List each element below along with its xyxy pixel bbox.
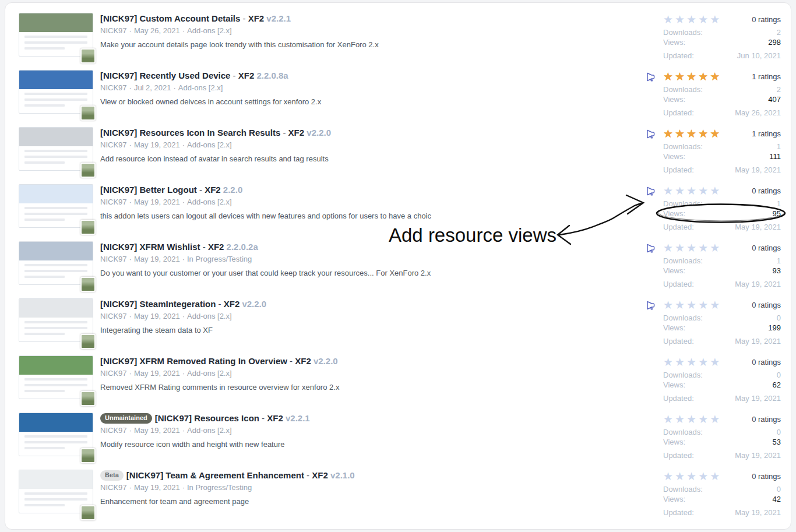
resource-title-link[interactable]: [NICK97] Team & Agreement Enhancement	[126, 470, 304, 480]
resource-author-link[interactable]: NICK97	[100, 483, 127, 492]
announcement-megaphone-icon	[646, 471, 663, 482]
resource-author-link[interactable]: NICK97	[100, 312, 127, 320]
resource-version: 2.2.0.2a	[227, 242, 258, 252]
resource-title-link[interactable]: [NICK97] SteamIntegeration	[100, 299, 216, 309]
views-label: Views:	[663, 494, 685, 504]
views-value: 298	[768, 37, 781, 47]
author-avatar[interactable]	[80, 48, 96, 64]
title-separator: -	[197, 185, 205, 195]
thumbnail-line	[24, 156, 87, 158]
resource-thumbnail[interactable]	[19, 241, 93, 285]
resource-thumbnail[interactable]	[19, 298, 93, 342]
thumbnail-line	[24, 504, 65, 506]
resource-author-link[interactable]: NICK97	[100, 83, 127, 92]
updated-value: May 19, 2021	[735, 336, 781, 346]
title-separator: -	[280, 128, 288, 138]
star-icon: ★	[686, 299, 698, 311]
meta-separator: ·	[182, 26, 185, 35]
downloads-value: 1	[777, 256, 781, 266]
downloads-stat: Downloads:2	[663, 27, 781, 37]
thumbnail-art	[19, 242, 93, 260]
resource-thumbnail[interactable]	[19, 70, 93, 114]
resource-stats: ★★★★★ 0 ratings Downloads:1 Views:93 Upd…	[646, 241, 781, 289]
author-avatar[interactable]	[80, 505, 96, 520]
resource-title-link[interactable]: [NICK97] Better Logout	[100, 185, 197, 195]
rating-line: ★★★★★ 0 ratings	[646, 356, 781, 368]
title-separator: -	[216, 299, 223, 309]
views-value: 93	[773, 266, 781, 276]
resource-author-link[interactable]: NICK97	[100, 369, 127, 378]
resource-date: May 19, 2021	[134, 312, 180, 320]
ratings-count: 0 ratings	[752, 358, 781, 367]
resource-platform: XF2	[312, 470, 328, 480]
meta-separator: ·	[182, 140, 185, 149]
resource-main: [NICK97] Better Logout - XF2 2.2.0 NICK9…	[100, 184, 646, 220]
resource-title: [NICK97] Recently Used Device - XF2 2.2.…	[100, 71, 646, 81]
resource-title-link[interactable]: [NICK97] Resources Icon In Search Result…	[100, 128, 280, 138]
resource-thumbnail[interactable]	[19, 470, 93, 513]
resource-title-link[interactable]: [NICK97] Recently Used Device	[100, 71, 230, 80]
views-value: 53	[773, 437, 781, 447]
views-label: Views:	[663, 37, 685, 47]
star-icon: ★	[675, 128, 686, 140]
views-stat: Views:62	[663, 380, 781, 390]
meta-separator: ·	[182, 483, 185, 492]
resource-version: v2.2.0	[242, 299, 266, 309]
resource-category: Add-ons [2.x]	[187, 312, 232, 320]
downloads-label: Downloads:	[663, 199, 703, 209]
resource-title-link[interactable]: [NICK97] Custom Account Details	[100, 13, 240, 23]
thumbnail-art	[19, 185, 93, 203]
author-avatar[interactable]	[80, 220, 96, 235]
resource-author-link[interactable]: NICK97	[100, 426, 127, 435]
resource-thumbnail[interactable]	[19, 127, 93, 171]
resource-main: [NICK97] XFRM Wishlist - XF2 2.2.0.2a NI…	[100, 241, 646, 277]
author-avatar[interactable]	[80, 105, 96, 121]
resource-platform: XF2	[267, 413, 283, 423]
resource-author-link[interactable]: NICK97	[100, 140, 127, 149]
resource-thumbnail[interactable]	[19, 184, 93, 228]
thumbnail-art	[19, 299, 93, 318]
updated-stat: Updated:May 19, 2021	[663, 393, 781, 403]
star-icon: ★	[675, 299, 686, 311]
resource-title-link[interactable]: [NICK97] XFRM Wishlist	[100, 242, 200, 252]
resource-author-link[interactable]: NICK97	[100, 26, 127, 35]
author-avatar[interactable]	[80, 277, 96, 292]
resource-row: [NICK97] Better Logout - XF2 2.2.0 NICK9…	[19, 184, 781, 241]
resource-date: May 19, 2021	[134, 369, 180, 378]
resource-description: Modify resource icon width and height wi…	[100, 440, 646, 449]
star-icon: ★	[698, 185, 710, 197]
updated-value: May 26, 2021	[735, 108, 781, 118]
resource-thumbnail[interactable]	[19, 413, 93, 456]
downloads-value: 1	[777, 142, 781, 152]
resource-author-link[interactable]: NICK97	[100, 255, 127, 263]
resource-stats: ★★★★★ 1 ratings Downloads:2 Views:407 Up…	[646, 70, 781, 118]
resource-title-link[interactable]: [NICK97] Resources Icon	[155, 413, 259, 423]
ratings-count: 1 ratings	[752, 72, 781, 81]
resource-platform: XF2	[224, 299, 240, 309]
author-avatar[interactable]	[80, 334, 96, 349]
resource-category: In Progress/Testing	[187, 255, 252, 263]
resource-title-link[interactable]: [NICK97] XFRM Removed Rating In Overview	[100, 356, 287, 366]
resource-thumbnail[interactable]	[19, 13, 93, 57]
views-value: 111	[769, 152, 781, 161]
resource-row: [NICK97] Resources Icon In Search Result…	[19, 127, 781, 184]
updated-label: Updated:	[663, 165, 694, 175]
resource-author-link[interactable]: NICK97	[100, 198, 127, 206]
resource-main: [NICK97] Custom Account Details - XF2 v2…	[100, 13, 646, 49]
resource-description: Enhancement for team and agreement page	[100, 497, 646, 506]
author-avatar[interactable]	[80, 391, 96, 406]
title-separator: -	[287, 356, 295, 366]
downloads-label: Downloads:	[663, 313, 703, 323]
resource-date: May 26, 2021	[134, 26, 180, 35]
resource-row: [NICK97] SteamIntegeration - XF2 v2.2.0 …	[19, 298, 781, 355]
thumbnail-line	[24, 213, 87, 215]
star-icon: ★	[710, 13, 721, 26]
updated-value: May 19, 2021	[735, 222, 781, 232]
announcement-megaphone-icon	[646, 129, 663, 139]
title-separator: -	[230, 71, 238, 80]
views-label: Views:	[663, 266, 685, 276]
author-avatar[interactable]	[80, 163, 96, 178]
updated-stat: Updated:May 19, 2021	[663, 508, 781, 517]
author-avatar[interactable]	[80, 448, 96, 463]
resource-thumbnail[interactable]	[19, 355, 93, 399]
